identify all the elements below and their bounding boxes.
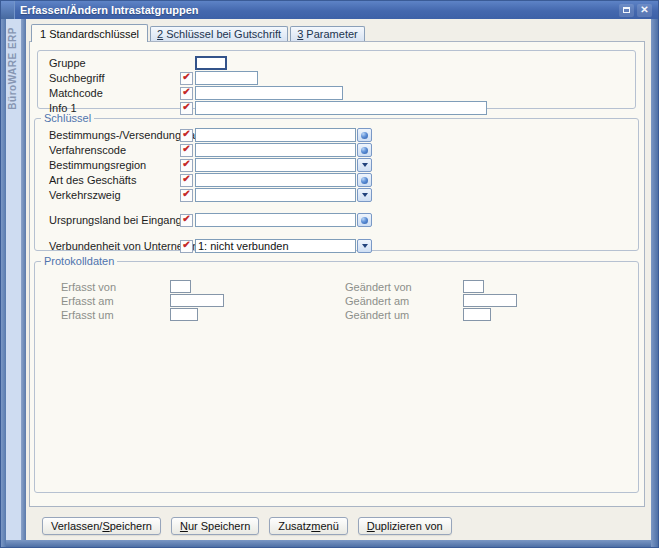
titlebar[interactable]: Erfassen/Ändern Intrastatgruppen ✕ (1, 1, 658, 19)
verfahrenscode-edit-button[interactable]: ✔ (180, 144, 193, 157)
tab-label: 2 Schlüssel bei Gutschrift (157, 28, 281, 40)
spacer (49, 228, 638, 239)
verkehrszweig-dropdown-button[interactable] (357, 188, 372, 202)
tab-schluessel-bei-gutschrift[interactable]: 2 Schlüssel bei Gutschrift (150, 26, 288, 41)
window-title: Erfassen/Ändern Intrastatgruppen (15, 4, 619, 16)
art-des-geschaefts-edit-button[interactable]: ✔ (180, 174, 193, 187)
geaendert-von-row: Geändert von (345, 280, 517, 293)
info1-input[interactable] (195, 101, 487, 115)
art-des-geschaefts-row: Art des Geschäfts ✔ (49, 173, 638, 187)
nur-speichern-button[interactable]: Nur Speichern (171, 517, 259, 535)
verfahrenscode-input[interactable] (195, 143, 356, 157)
dropdown-arrow-icon (362, 193, 368, 197)
protokoll-left-column: Erfasst von Erfasst am Erfasst um (35, 280, 345, 322)
verfahrenscode-row: Verfahrenscode ✔ (49, 143, 638, 157)
bestimmungsregion-dropdown-button[interactable] (357, 158, 372, 172)
erfasst-um-input[interactable] (170, 308, 198, 321)
group-protokolldaten-title: Protokolldaten (41, 255, 117, 267)
gruppe-row: Gruppe (49, 56, 635, 70)
geaendert-um-input[interactable] (463, 308, 491, 321)
close-icon: ✕ (640, 5, 648, 15)
verkehrszweig-edit-button[interactable]: ✔ (180, 189, 193, 202)
dropdown-arrow-icon (362, 244, 368, 248)
verkehrszweig-label: Verkehrszweig (49, 189, 180, 201)
protokoll-columns: Erfasst von Erfasst am Erfasst um (35, 280, 638, 322)
ursprungsland-bei-eingang-input[interactable] (195, 213, 356, 227)
duplizieren-von-button[interactable]: Duplizieren von (358, 517, 452, 535)
ursprungsland-bei-eingang-lookup-button[interactable] (357, 213, 372, 227)
art-des-geschaefts-lookup-button[interactable] (357, 173, 372, 187)
bestimmungsregion-input[interactable] (195, 158, 356, 172)
geaendert-von-input[interactable] (463, 280, 484, 293)
ursprungsland-bei-eingang-edit-button[interactable]: ✔ (180, 214, 193, 227)
bestimmungs-versendungsland-lookup-button[interactable] (357, 128, 372, 142)
restore-window-button[interactable] (619, 4, 634, 17)
erfasst-um-row: Erfasst um (61, 308, 345, 321)
suchbegriff-input[interactable] (195, 71, 258, 85)
zusatzmenu-button[interactable]: Zusatzmenü (269, 517, 348, 535)
gruppe-input[interactable] (195, 56, 227, 70)
protokoll-right-column: Geändert von Geändert am Geändert um (345, 280, 517, 322)
bestimmungs-versendungsland-edit-button[interactable]: ✔ (180, 129, 193, 142)
window-controls: ✕ (619, 4, 658, 17)
verfahrenscode-label: Verfahrenscode (49, 144, 180, 156)
globe-icon (361, 217, 368, 224)
geaendert-um-row: Geändert um (345, 308, 517, 321)
bestimmungs-versendungsland-input[interactable] (195, 128, 356, 142)
erfasst-am-row: Erfasst am (61, 294, 345, 307)
verlassen-speichern-button[interactable]: Verlassen/Speichern (42, 517, 161, 535)
verbundenheit-von-unternehmen-select[interactable] (195, 239, 356, 253)
dropdown-arrow-icon (362, 163, 368, 167)
globe-icon (361, 177, 368, 184)
check-icon: ✔ (182, 189, 190, 199)
tab-standardschluessel[interactable]: 1 Standardschlüssel (31, 24, 148, 42)
group-protokolldaten: Protokolldaten Erfasst von Erfasst am Er… (34, 261, 639, 493)
geaendert-um-label: Geändert um (345, 309, 463, 321)
verkehrszweig-row: Verkehrszweig ✔ (49, 188, 638, 202)
verbundenheit-von-unternehmen-edit-button[interactable]: ✔ (180, 240, 193, 253)
suchbegriff-label: Suchbegriff (49, 72, 180, 84)
brand-text: BüroWARE ERP (7, 27, 18, 110)
check-icon: ✔ (182, 87, 190, 97)
matchcode-edit-button[interactable]: ✔ (180, 87, 193, 100)
bestimmungsregion-edit-button[interactable]: ✔ (180, 159, 193, 172)
matchcode-row: Matchcode ✔ (49, 86, 635, 100)
tab-parameter[interactable]: 3 Parameter (290, 26, 365, 41)
close-window-button[interactable]: ✕ (637, 4, 652, 17)
bestimmungs-versendungsland-label: Bestimmungs-/Versendungsland (49, 129, 180, 141)
left-divider (21, 19, 26, 540)
brand-strip: BüroWARE ERP (6, 19, 21, 540)
globe-icon (361, 132, 368, 139)
verfahrenscode-lookup-button[interactable] (357, 143, 372, 157)
erfasst-am-label: Erfasst am (61, 295, 170, 307)
check-icon: ✔ (182, 214, 190, 224)
erfasst-von-input[interactable] (170, 280, 191, 293)
window-frame-bottom (1, 540, 658, 547)
tab-label: 1 Standardschlüssel (40, 28, 139, 40)
matchcode-input[interactable] (195, 86, 343, 100)
check-icon: ✔ (182, 129, 190, 139)
tab-label: 3 Parameter (297, 28, 358, 40)
app-window: Erfassen/Ändern Intrastatgruppen ✕ BüroW… (0, 0, 659, 548)
tab-panel-standardschluessel: Gruppe Suchbegriff ✔ Matchcode ✔ Info 1 … (29, 41, 645, 507)
check-icon: ✔ (182, 240, 190, 250)
art-des-geschaefts-input[interactable] (195, 173, 356, 187)
titlebar-grip (1, 1, 15, 19)
suchbegriff-edit-button[interactable]: ✔ (180, 72, 193, 85)
erfasst-von-row: Erfasst von (61, 280, 345, 293)
info1-row: Info 1 ✔ (49, 101, 635, 115)
check-icon: ✔ (182, 72, 190, 82)
verkehrszweig-input[interactable] (195, 188, 356, 202)
art-des-geschaefts-label: Art des Geschäfts (49, 174, 180, 186)
info1-edit-button[interactable]: ✔ (180, 102, 193, 115)
geaendert-am-input[interactable] (463, 294, 517, 307)
verbundenheit-von-unternehmen-label: Verbundenheit von Unternehmen (49, 240, 180, 252)
globe-icon (361, 147, 368, 154)
ursprungsland-bei-eingang-row: Ursprungsland bei Eingang ✔ (49, 213, 638, 227)
group-basisdaten: Gruppe Suchbegriff ✔ Matchcode ✔ Info 1 … (37, 50, 636, 109)
matchcode-label: Matchcode (49, 87, 180, 99)
erfasst-am-input[interactable] (170, 294, 224, 307)
check-icon: ✔ (182, 144, 190, 154)
verbundenheit-von-unternehmen-dropdown-button[interactable] (357, 239, 372, 253)
geaendert-am-row: Geändert am (345, 294, 517, 307)
